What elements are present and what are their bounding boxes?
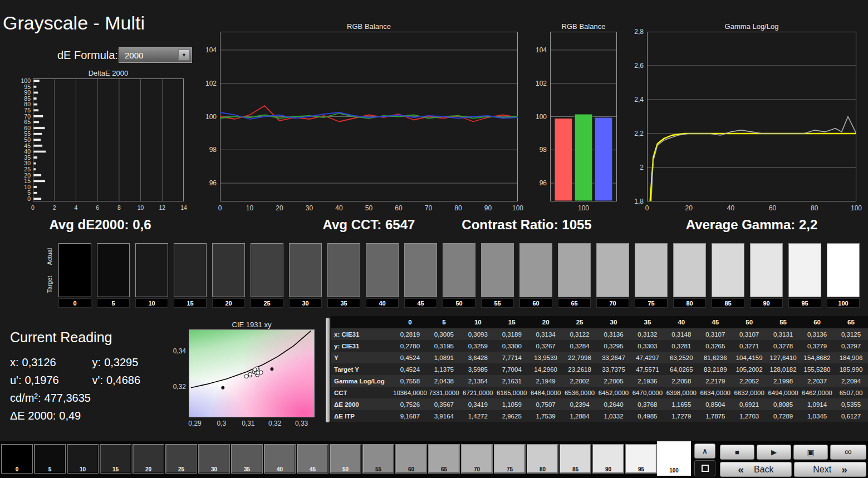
pattern-swatch-button-45[interactable]: 45 [297, 444, 328, 474]
axis-tick-label: 0,34 [173, 347, 189, 355]
pattern-swatch-button-100[interactable]: 100 [658, 442, 690, 475]
table-cell: 0,3267 [529, 340, 563, 352]
de-formula-value: 2000 [125, 51, 143, 60]
axis-tick-label: 60 [395, 201, 402, 212]
pattern-swatch-button-60[interactable]: 60 [395, 444, 427, 474]
axis-tick-label: 100 [512, 201, 523, 212]
table-column-header: 50 [732, 316, 766, 328]
axis-tick-label: 96 [540, 179, 550, 187]
pattern-swatch-button-35[interactable]: 35 [231, 444, 263, 474]
swatch-color [366, 243, 399, 297]
swatch-level-label: 70 [596, 298, 629, 308]
table-cell: 33,2647 [597, 352, 631, 363]
current-reading-title: Current Reading [10, 329, 171, 346]
pattern-swatch-button-95[interactable]: 95 [625, 444, 657, 474]
expand-up-button[interactable]: ∧ [694, 443, 715, 459]
pattern-swatch-button-75[interactable]: 75 [494, 444, 526, 474]
pattern-swatch-button-55[interactable]: 55 [362, 444, 394, 474]
de2000-value: 0,49 [59, 410, 81, 422]
swatch-color [788, 243, 821, 297]
axis-tick-label: 10 [138, 201, 144, 211]
continuous-measure-button[interactable]: ∞ [830, 445, 866, 460]
table-row: Gamma Log/Log0,75582,04382,13542,16312,1… [331, 375, 868, 387]
grayscale-swatch-90: 90 [750, 243, 783, 308]
axis-tick-label: 2,6 [634, 62, 647, 70]
y-value: 0,3295 [104, 356, 138, 368]
pattern-swatch-button-15[interactable]: 15 [100, 444, 131, 474]
axis-tick-label: 0 [31, 201, 35, 211]
pattern-swatch-button-50[interactable]: 50 [330, 444, 361, 474]
pattern-swatch-button-80[interactable]: 80 [527, 444, 558, 474]
stop-button[interactable]: ■ [720, 445, 754, 460]
table-cell: 0,3567 [427, 398, 461, 410]
axis-tick-label: 2,4 [634, 96, 647, 104]
pattern-swatch-button-20[interactable]: 20 [133, 444, 164, 474]
table-cell: 1,2884 [563, 410, 597, 422]
table-cell: 0,7507 [529, 398, 563, 410]
de-formula-dropdown[interactable]: 2000 ▼ [119, 47, 192, 63]
grayscale-swatch-55: 55 [481, 243, 514, 308]
rgb-balance-bar-chart-title: RGB Balance [550, 22, 617, 31]
grayscale-swatch-50: 50 [443, 243, 475, 308]
table-cell: 1,2703 [732, 410, 766, 422]
table-cell: 0,3148 [664, 328, 698, 340]
swatch-level-label: 80 [673, 298, 706, 308]
pattern-swatch-button-25[interactable]: 25 [165, 444, 197, 474]
axis-tick-label: 20 [276, 201, 283, 212]
play-icon: ▶ [771, 448, 777, 456]
table-cell: 0,4524 [393, 352, 427, 363]
pattern-level-label: 90 [593, 466, 624, 472]
x-value: 0,3126 [22, 356, 56, 368]
swatch-level-label: 25 [251, 298, 283, 308]
swatch-color [443, 243, 475, 297]
table-cell: 6634,0000 [698, 387, 732, 398]
back-button[interactable]: «Back [720, 462, 792, 477]
table-row: CCT10364,00007331,00006721,00006165,0000… [331, 387, 868, 398]
next-button[interactable]: Next» [794, 462, 866, 477]
table-cell: 47,5571 [630, 363, 664, 375]
v-value: 0,4686 [106, 374, 140, 386]
pattern-level-label: 25 [166, 466, 197, 472]
pattern-swatch-button-90[interactable]: 90 [592, 444, 624, 474]
pattern-swatch-button-65[interactable]: 65 [428, 444, 460, 474]
pattern-swatch-button-70[interactable]: 70 [461, 444, 493, 474]
axis-tick-label: 8 [117, 201, 121, 211]
back-chevron-icon: « [738, 464, 744, 475]
table-cell: 0,3768 [630, 398, 664, 410]
pattern-swatch-button-40[interactable]: 40 [264, 444, 296, 474]
axis-tick-label: 2 [640, 164, 647, 171]
pattern-level-label: 35 [232, 466, 262, 472]
table-cell: 2,2179 [698, 375, 732, 387]
axis-tick-label: 0,3 [217, 417, 227, 427]
pattern-swatch-button-85[interactable]: 85 [560, 444, 591, 474]
single-measure-button[interactable]: ▣ [793, 445, 828, 460]
axis-tick-label: 50 [365, 201, 372, 212]
table-cell: 6165,0000 [495, 387, 529, 398]
axis-tick-label: 100 [578, 201, 589, 212]
table-cell: 22,7998 [563, 352, 597, 363]
table-row-label: ΔE ITP [331, 410, 393, 422]
swatch-color [519, 243, 552, 297]
pattern-level-label: 5 [35, 466, 65, 472]
pattern-level-label: 15 [100, 466, 131, 472]
swatch-level-label: 40 [366, 298, 399, 308]
swatch-level-label: 75 [635, 298, 668, 308]
table-column-header: 25 [563, 316, 597, 328]
pattern-swatch-button-5[interactable]: 5 [34, 444, 66, 474]
pattern-swatch-button-0[interactable]: 0 [1, 444, 33, 474]
table-cell: 3,5985 [461, 363, 495, 375]
table-cell: 2,1354 [461, 375, 495, 387]
grayscale-swatch-strip: 0510152025303540455055606570758085909510… [58, 243, 860, 308]
pattern-swatch-button-10[interactable]: 10 [67, 444, 99, 474]
swatch-level-label: 35 [327, 298, 360, 308]
axis-tick-label: 98 [540, 146, 550, 154]
rgb-balance-line-chart: RGB Balance 1041021009896010203040506070… [220, 32, 518, 201]
grayscale-swatch-70: 70 [596, 243, 629, 308]
play-button[interactable]: ▶ [757, 445, 791, 460]
stop-icon: ■ [735, 448, 739, 456]
pattern-swatch-button-30[interactable]: 30 [198, 444, 230, 474]
window-pattern-button[interactable] [694, 460, 715, 476]
table-cell: 81,6236 [698, 352, 732, 363]
table-scrollbar[interactable] [326, 318, 330, 422]
swatch-color [212, 243, 245, 297]
